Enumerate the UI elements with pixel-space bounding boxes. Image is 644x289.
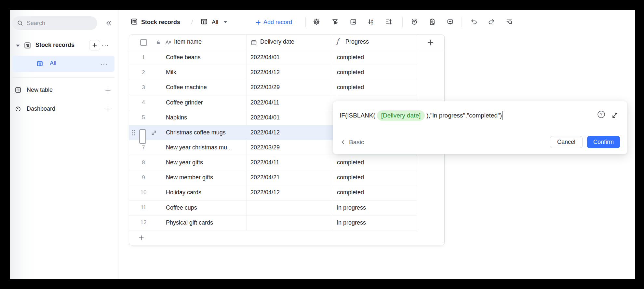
add-view-button[interactable] (89, 40, 100, 50)
filter-icon[interactable] (331, 18, 339, 26)
cell-progress[interactable]: completed (333, 54, 417, 61)
redo-icon[interactable] (488, 18, 495, 26)
breadcrumb-view-name[interactable]: All (212, 19, 218, 26)
cell-item-name[interactable]: New year gifts (158, 159, 247, 166)
cell-item-name[interactable]: Holiday cards (158, 189, 247, 196)
table-row[interactable]: 11Coffee cupsin progress (129, 200, 417, 215)
sidebar-collapse-button[interactable] (105, 20, 112, 27)
find-in-view-icon[interactable] (505, 18, 513, 26)
column-header-item-name[interactable]: Item name (174, 38, 202, 45)
cell-item-name[interactable]: Milk (158, 69, 247, 76)
table-row[interactable]: 10Holiday cards2022/04/12completed (129, 185, 417, 200)
column-header-delivery-date[interactable]: Delivery date (260, 38, 294, 45)
sidebar-item-new-table[interactable]: New table (10, 84, 118, 96)
row-height-icon[interactable] (385, 18, 393, 26)
cell-progress[interactable]: in progress (333, 204, 417, 211)
plus-icon (138, 234, 145, 241)
chevron-double-left-icon (105, 20, 112, 27)
plus-icon (104, 87, 112, 94)
form-clipboard-icon[interactable] (428, 18, 436, 26)
table-row[interactable]: 8New year gifts2022/04/11completed (129, 155, 417, 170)
settings-gear-icon[interactable] (313, 18, 320, 26)
add-record-button[interactable]: Add record (255, 19, 292, 26)
sidebar-item-stock-records[interactable]: Stock records ... (10, 40, 118, 51)
view-more-button[interactable]: ... (101, 61, 108, 64)
cell-delivery-date[interactable]: 2022/04/11 (247, 159, 333, 166)
triangle-down-icon[interactable] (16, 45, 20, 47)
cell-progress[interactable]: completed (333, 174, 417, 181)
text-type-icon (165, 39, 171, 46)
table-row[interactable]: 12Physical gift cardsin progress (129, 215, 417, 230)
toolbar-divider (305, 17, 306, 27)
cell-item-name[interactable]: Physical gift cards (158, 219, 247, 226)
chevron-down-icon[interactable] (223, 21, 227, 23)
cell-item-name[interactable]: New year christmas mu... (158, 144, 247, 151)
cell-delivery-date[interactable]: 2022/04/12 (247, 69, 333, 76)
table-row[interactable]: 3Coffee machine2022/03/29completed (129, 80, 417, 95)
comment-bubble-icon[interactable] (446, 18, 454, 26)
grid-header: Item name Delivery date ƒ Progress (129, 35, 444, 50)
search-input[interactable]: Search (12, 16, 97, 30)
cancel-button[interactable]: Cancel (550, 136, 583, 148)
cell-delivery-date[interactable]: 2022/04/11 (247, 99, 333, 106)
cell-item-name[interactable]: Napkins (158, 114, 247, 121)
breadcrumb-view-icon (200, 18, 208, 25)
field-token[interactable]: [Delivery date] (377, 110, 425, 121)
formula-footer: Basic Cancel Confirm (333, 130, 627, 154)
sidebar-view-all[interactable]: All ... (12, 56, 114, 72)
back-label: Basic (349, 139, 364, 146)
cell-delivery-date[interactable]: 2022/03/29 (247, 84, 333, 91)
sidebar: Search Stock records ... All ... (10, 10, 118, 279)
cell-item-name[interactable]: Coffee machine (158, 84, 247, 91)
plus-icon (104, 105, 112, 113)
breadcrumb-table-name[interactable]: Stock records (141, 19, 180, 26)
row-number: 4 (129, 99, 158, 106)
back-to-basic-button[interactable]: Basic (340, 139, 364, 146)
cell-delivery-date[interactable]: 2022/04/01 (247, 54, 333, 61)
help-circle-icon[interactable]: ? (597, 110, 606, 119)
select-all-checkbox[interactable] (140, 39, 147, 46)
table-row[interactable]: 2Milk2022/04/12completed (129, 65, 417, 80)
cell-progress[interactable]: completed (333, 189, 417, 196)
table-icon (15, 87, 21, 93)
plus-icon (426, 38, 435, 47)
cell-item-name[interactable]: New member gifts (158, 174, 247, 181)
add-column-button[interactable] (426, 38, 435, 47)
sidebar-item-dashboard[interactable]: Dashboard (10, 103, 118, 115)
row-number: 11 (129, 204, 158, 211)
cell-item-name[interactable]: Christmas coffee mugs (158, 129, 247, 136)
expand-icon[interactable] (611, 112, 618, 119)
plus-icon (255, 20, 261, 25)
cell-progress[interactable]: completed (333, 84, 417, 91)
formula-input[interactable]: IF(ISBLANK( [Delivery date] ),"in progre… (333, 101, 627, 130)
cell-delivery-date[interactable]: 2022/04/12 (247, 129, 333, 136)
cell-delivery-date[interactable]: 2022/03/29 (247, 144, 333, 151)
row-number: 7 (129, 144, 158, 151)
add-row-button[interactable] (129, 230, 444, 245)
add-record-label: Add record (263, 19, 292, 26)
alarm-clock-icon[interactable] (410, 18, 418, 26)
group-list-icon[interactable] (349, 18, 357, 26)
add-table-button[interactable] (104, 87, 112, 94)
breadcrumb-table-icon (130, 18, 138, 25)
cell-delivery-date[interactable]: 2022/04/21 (247, 174, 333, 181)
table-row[interactable]: 9New member gifts2022/04/21completed (129, 170, 417, 185)
table-more-button[interactable]: ... (102, 42, 109, 45)
cell-progress[interactable]: in progress (333, 219, 417, 226)
undo-icon[interactable] (470, 18, 478, 26)
cell-item-name[interactable]: Coffee grinder (158, 99, 247, 106)
sort-az-icon[interactable]: AZ (367, 18, 375, 26)
cell-item-name[interactable]: Coffee cups (158, 204, 247, 211)
confirm-button[interactable]: Confirm (587, 136, 620, 148)
dashboard-icon (15, 105, 21, 112)
toolbar-divider (402, 17, 403, 27)
table-row[interactable]: 1Coffee beans2022/04/01completed (129, 50, 417, 65)
grid-view-icon (36, 60, 43, 67)
cell-delivery-date[interactable]: 2022/04/12 (247, 189, 333, 196)
cell-delivery-date[interactable]: 2022/04/01 (247, 114, 333, 121)
cell-item-name[interactable]: Coffee beans (158, 54, 247, 61)
add-dashboard-button[interactable] (104, 105, 112, 113)
cell-progress[interactable]: completed (333, 69, 417, 76)
column-header-progress[interactable]: Progress (345, 38, 369, 45)
cell-progress[interactable]: completed (333, 159, 417, 166)
